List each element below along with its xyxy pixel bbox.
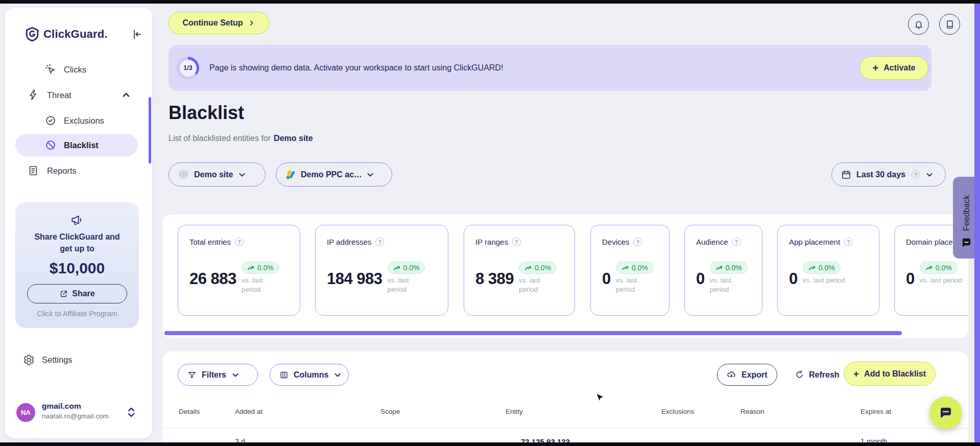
trend-value: 0.0% [819, 264, 835, 272]
sidebar-item-exclusions[interactable]: Exclusions [5, 109, 133, 132]
site-selector[interactable]: Demo site [169, 162, 266, 186]
setup-progress-step: 1/3 [180, 60, 197, 77]
trend-badge: 0.0% [803, 262, 841, 274]
promo-amount: $10,000 [50, 260, 105, 277]
globe-icon [178, 169, 189, 180]
chat-launcher-button[interactable] [929, 396, 962, 429]
date-range-label: Last 30 days [856, 170, 905, 179]
activate-label: Activate [883, 63, 915, 73]
ppc-account-selector[interactable]: Demo PPC ac… [276, 162, 392, 186]
notifications-button[interactable] [908, 14, 929, 35]
trend-value: 0.0% [257, 264, 274, 272]
docs-button[interactable] [939, 14, 960, 35]
trend-value: 0.0% [535, 264, 551, 272]
external-link-icon [59, 290, 68, 298]
stat-title: App placement [789, 238, 840, 246]
stat-title: IP addresses [327, 238, 371, 246]
brand-logo: ClickGuard. [26, 27, 108, 41]
window-top-edge [0, 0, 980, 4]
chat-bubble-icon [938, 405, 953, 420]
trend-value: 0.0% [726, 264, 742, 272]
help-icon[interactable]: ? [844, 238, 853, 246]
stat-vs-label: vs. last period [920, 276, 962, 285]
ban-icon [45, 139, 56, 151]
filters-button[interactable]: Filters [178, 364, 258, 386]
stat-value: 0 [602, 270, 611, 288]
subtitle-text: List of blacklisted entities for [169, 134, 271, 143]
column-header-expires-at[interactable]: Expires at [861, 408, 891, 415]
trend-value: 0.0% [403, 264, 420, 272]
add-to-blacklist-button[interactable]: + Add to Blacklist [844, 362, 936, 386]
help-icon[interactable]: ? [633, 238, 642, 246]
demo-data-banner: 1/3 Page is showing demo data. Activate … [169, 45, 931, 91]
cloud-download-icon [727, 370, 736, 380]
stat-card-ip-ranges: IP ranges? 8 389 0.0% vs. last period [464, 225, 575, 316]
ppc-selector-label: Demo PPC ac… [301, 170, 361, 179]
column-header-exclusions[interactable]: Exclusions [661, 408, 695, 415]
sidebar-item-reports[interactable]: Reports [5, 159, 133, 182]
stat-vs-label: vs. last period [519, 276, 554, 294]
account-email: naatali.ro@gmail.com [42, 412, 109, 420]
trend-badge: 0.0% [710, 262, 748, 274]
refresh-icon [795, 370, 804, 380]
activate-button[interactable]: + Activate [859, 56, 928, 80]
account-switcher[interactable]: NA gmail.com naatali.ro@gmail.com [5, 398, 152, 430]
window-bottom-edge [0, 442, 980, 446]
bell-icon [914, 19, 924, 30]
continue-setup-button[interactable]: Continue Setup [169, 12, 269, 34]
site-selector-label: Demo site [194, 170, 233, 179]
share-button[interactable]: Share [27, 284, 127, 303]
stat-card-ip-addresses: IP addresses? 184 983 0.0% vs. last peri… [315, 225, 448, 316]
chevron-updown-icon [126, 406, 136, 419]
filters-label: Filters [202, 370, 226, 380]
sidebar-item-clicks[interactable]: Clicks [5, 58, 133, 81]
column-header-entity[interactable]: Entity [506, 408, 523, 415]
sidebar-item-threat[interactable]: Threat [5, 84, 133, 106]
affiliate-promo-card[interactable]: Share ClickGuard and get up to $10,000 S… [15, 202, 139, 328]
help-icon[interactable]: ? [512, 238, 521, 246]
blacklist-table-panel: Filters Columns Export Refresh [162, 351, 968, 446]
refresh-label: Refresh [809, 370, 840, 380]
help-icon[interactable]: ? [375, 238, 384, 246]
column-header-scope[interactable]: Scope [380, 408, 400, 415]
stat-vs-label: vs. last period [803, 276, 845, 285]
setup-progress-ring: 1/3 [177, 57, 199, 79]
trend-badge: 0.0% [519, 262, 557, 274]
promo-text: Share ClickGuard and get up to [34, 231, 119, 254]
sidebar-item-label: Clicks [64, 65, 86, 75]
column-header-details[interactable]: Details [179, 408, 200, 415]
stat-card-total-entries: Total entries? 26 883 0.0% vs. last peri… [178, 225, 300, 316]
feedback-label: Feedback [962, 195, 971, 231]
filter-icon [187, 370, 197, 380]
affiliate-link[interactable]: Click to Affiliate Program [37, 310, 117, 318]
help-icon[interactable]: ? [235, 238, 244, 246]
chevron-right-icon [248, 19, 255, 27]
share-label: Share [72, 289, 94, 298]
refresh-button[interactable]: Refresh [795, 364, 840, 386]
vertical-scrollbar-thumb[interactable] [974, 4, 980, 442]
columns-button[interactable]: Columns [270, 364, 349, 386]
file-text-icon [28, 165, 39, 176]
page-title: Blacklist [169, 102, 244, 124]
sidebar-item-label: Exclusions [64, 116, 104, 126]
add-to-blacklist-label: Add to Blacklist [864, 369, 926, 379]
trend-badge: 0.0% [920, 262, 958, 274]
column-header-reason[interactable]: Reason [740, 408, 764, 415]
stat-value: 26 883 [189, 270, 236, 288]
chevron-down-icon [231, 371, 240, 379]
feedback-chat-icon [961, 237, 972, 248]
stat-value: 0 [789, 270, 798, 288]
horizontal-scrollbar-thumb[interactable] [164, 331, 902, 335]
chevron-down-icon [366, 171, 374, 179]
help-icon[interactable]: ? [732, 238, 741, 246]
calendar-icon [841, 170, 851, 180]
sidebar-item-settings[interactable]: Settings [5, 348, 138, 371]
column-header-added-at[interactable]: Added at [235, 408, 262, 415]
chevron-up-icon[interactable] [122, 90, 131, 100]
date-range-selector[interactable]: Last 30 days ? [831, 162, 946, 186]
sidebar-scrollbar-thumb[interactable] [149, 97, 151, 163]
export-button[interactable]: Export [717, 364, 777, 386]
stat-vs-label: vs. last period [616, 276, 651, 294]
sidebar-collapse-icon[interactable] [130, 28, 142, 40]
sidebar-item-blacklist[interactable]: Blacklist [5, 134, 133, 156]
